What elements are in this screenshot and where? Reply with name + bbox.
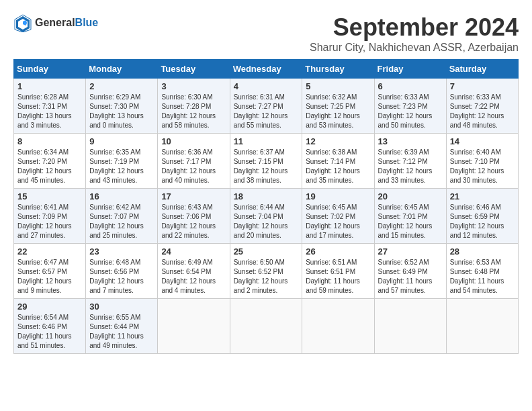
calendar-day-cell: 27 Sunrise: 6:52 AMSunset: 6:49 PMDaylig… [374, 244, 446, 299]
day-info: Sunrise: 6:29 AMSunset: 7:30 PMDaylight:… [89, 93, 154, 130]
header-saturday: Saturday [446, 60, 518, 79]
day-number: 29 [17, 302, 82, 312]
header-tuesday: Tuesday [158, 60, 230, 79]
day-info: Sunrise: 6:45 AMSunset: 7:02 PMDaylight:… [306, 203, 370, 240]
week-row-3: 15 Sunrise: 6:41 AMSunset: 7:09 PMDaylig… [14, 189, 519, 244]
day-info: Sunrise: 6:37 AMSunset: 7:15 PMDaylight:… [234, 148, 299, 185]
weekday-header-row: Sunday Monday Tuesday Wednesday Thursday… [14, 60, 519, 79]
calendar-day-cell: 5 Sunrise: 6:32 AMSunset: 7:25 PMDayligh… [302, 79, 374, 134]
calendar-day-cell: 23 Sunrise: 6:48 AMSunset: 6:56 PMDaylig… [86, 244, 158, 299]
day-info: Sunrise: 6:55 AMSunset: 6:44 PMDaylight:… [89, 313, 154, 351]
calendar-day-cell: 8 Sunrise: 6:34 AMSunset: 7:20 PMDayligh… [14, 134, 86, 189]
day-info: Sunrise: 6:32 AMSunset: 7:25 PMDaylight:… [306, 93, 370, 130]
calendar-day-cell: 17 Sunrise: 6:43 AMSunset: 7:06 PMDaylig… [158, 189, 230, 244]
calendar-day-cell: 16 Sunrise: 6:42 AMSunset: 7:07 PMDaylig… [86, 189, 158, 244]
day-info: Sunrise: 6:48 AMSunset: 6:56 PMDaylight:… [89, 258, 154, 295]
day-info: Sunrise: 6:31 AMSunset: 7:27 PMDaylight:… [234, 93, 299, 130]
calendar-day-cell: 14 Sunrise: 6:40 AMSunset: 7:10 PMDaylig… [446, 134, 518, 189]
header-thursday: Thursday [302, 60, 374, 79]
day-number: 11 [234, 136, 299, 146]
calendar-day-cell: 13 Sunrise: 6:39 AMSunset: 7:12 PMDaylig… [374, 134, 446, 189]
day-number: 21 [450, 191, 515, 201]
day-number: 24 [161, 246, 226, 257]
day-info: Sunrise: 6:36 AMSunset: 7:17 PMDaylight:… [161, 148, 226, 185]
calendar-day-cell: 11 Sunrise: 6:37 AMSunset: 7:15 PMDaylig… [230, 134, 302, 189]
day-info: Sunrise: 6:30 AMSunset: 7:28 PMDaylight:… [161, 93, 226, 130]
calendar-day-cell: 3 Sunrise: 6:30 AMSunset: 7:28 PMDayligh… [158, 79, 230, 134]
day-info: Sunrise: 6:50 AMSunset: 6:52 PMDaylight:… [234, 258, 299, 295]
calendar-day-cell [158, 299, 230, 354]
day-number: 9 [89, 136, 154, 146]
day-info: Sunrise: 6:52 AMSunset: 6:49 PMDaylight:… [378, 258, 443, 295]
calendar-day-cell: 29 Sunrise: 6:54 AMSunset: 6:46 PMDaylig… [14, 299, 86, 354]
logo-general: General [35, 17, 75, 28]
day-number: 14 [450, 136, 515, 146]
calendar-day-cell: 22 Sunrise: 6:47 AMSunset: 6:57 PMDaylig… [14, 244, 86, 299]
day-info: Sunrise: 6:46 AMSunset: 6:59 PMDaylight:… [450, 203, 515, 240]
calendar-day-cell: 1 Sunrise: 6:28 AMSunset: 7:31 PMDayligh… [14, 79, 86, 134]
day-number: 17 [161, 191, 226, 201]
calendar-day-cell: 20 Sunrise: 6:45 AMSunset: 7:01 PMDaylig… [374, 189, 446, 244]
header-friday: Friday [374, 60, 446, 79]
day-number: 26 [306, 246, 370, 257]
day-number: 28 [450, 246, 515, 257]
day-number: 13 [378, 136, 443, 146]
day-info: Sunrise: 6:49 AMSunset: 6:54 PMDaylight:… [161, 258, 226, 295]
day-info: Sunrise: 6:33 AMSunset: 7:22 PMDaylight:… [450, 93, 515, 130]
calendar-day-cell: 30 Sunrise: 6:55 AMSunset: 6:44 PMDaylig… [86, 299, 158, 354]
day-number: 7 [450, 81, 515, 91]
day-number: 5 [306, 81, 370, 91]
day-info: Sunrise: 6:44 AMSunset: 7:04 PMDaylight:… [234, 203, 299, 240]
calendar-day-cell: 7 Sunrise: 6:33 AMSunset: 7:22 PMDayligh… [446, 79, 518, 134]
day-number: 20 [378, 191, 443, 201]
calendar-day-cell: 26 Sunrise: 6:51 AMSunset: 6:51 PMDaylig… [302, 244, 374, 299]
day-info: Sunrise: 6:47 AMSunset: 6:57 PMDaylight:… [17, 258, 82, 295]
week-row-1: 1 Sunrise: 6:28 AMSunset: 7:31 PMDayligh… [14, 79, 519, 134]
day-number: 2 [89, 81, 154, 91]
calendar-day-cell: 2 Sunrise: 6:29 AMSunset: 7:30 PMDayligh… [86, 79, 158, 134]
day-info: Sunrise: 6:51 AMSunset: 6:51 PMDaylight:… [306, 258, 370, 295]
day-number: 10 [161, 136, 226, 146]
day-number: 6 [378, 81, 443, 91]
day-number: 4 [234, 81, 299, 91]
calendar-day-cell [302, 299, 374, 354]
day-info: Sunrise: 6:42 AMSunset: 7:07 PMDaylight:… [89, 203, 154, 240]
calendar-day-cell: 21 Sunrise: 6:46 AMSunset: 6:59 PMDaylig… [446, 189, 518, 244]
calendar-day-cell: 6 Sunrise: 6:33 AMSunset: 7:23 PMDayligh… [374, 79, 446, 134]
day-number: 19 [306, 191, 370, 201]
calendar-day-cell [446, 299, 518, 354]
day-info: Sunrise: 6:41 AMSunset: 7:09 PMDaylight:… [17, 203, 82, 240]
title-section: September 2024 Sharur City, Nakhichevan … [310, 13, 519, 54]
day-info: Sunrise: 6:53 AMSunset: 6:48 PMDaylight:… [450, 258, 515, 295]
month-title: September 2024 [310, 13, 519, 42]
day-number: 1 [17, 81, 82, 91]
calendar-day-cell: 25 Sunrise: 6:50 AMSunset: 6:52 PMDaylig… [230, 244, 302, 299]
logo-icon [13, 13, 32, 32]
week-row-4: 22 Sunrise: 6:47 AMSunset: 6:57 PMDaylig… [14, 244, 519, 299]
day-info: Sunrise: 6:38 AMSunset: 7:14 PMDaylight:… [306, 148, 370, 185]
week-row-2: 8 Sunrise: 6:34 AMSunset: 7:20 PMDayligh… [14, 134, 519, 189]
calendar-day-cell [374, 299, 446, 354]
calendar-day-cell: 19 Sunrise: 6:45 AMSunset: 7:02 PMDaylig… [302, 189, 374, 244]
day-number: 8 [17, 136, 82, 146]
day-info: Sunrise: 6:40 AMSunset: 7:10 PMDaylight:… [450, 148, 515, 185]
calendar-table: Sunday Monday Tuesday Wednesday Thursday… [13, 59, 519, 354]
header-sunday: Sunday [14, 60, 86, 79]
day-number: 23 [89, 246, 154, 257]
logo-blue: Blue [75, 17, 99, 28]
location-subtitle: Sharur City, Nakhichevan ASSR, Azerbaija… [310, 42, 519, 54]
calendar-day-cell: 9 Sunrise: 6:35 AMSunset: 7:19 PMDayligh… [86, 134, 158, 189]
header-wednesday: Wednesday [230, 60, 302, 79]
day-info: Sunrise: 6:43 AMSunset: 7:06 PMDaylight:… [161, 203, 226, 240]
calendar-day-cell: 10 Sunrise: 6:36 AMSunset: 7:17 PMDaylig… [158, 134, 230, 189]
day-number: 30 [89, 302, 154, 312]
header-monday: Monday [86, 60, 158, 79]
week-row-5: 29 Sunrise: 6:54 AMSunset: 6:46 PMDaylig… [14, 299, 519, 354]
day-info: Sunrise: 6:39 AMSunset: 7:12 PMDaylight:… [378, 148, 443, 185]
day-number: 25 [234, 246, 299, 257]
page-header: GeneralBlue September 2024 Sharur City, … [13, 13, 519, 54]
calendar-day-cell: 28 Sunrise: 6:53 AMSunset: 6:48 PMDaylig… [446, 244, 518, 299]
calendar-day-cell: 18 Sunrise: 6:44 AMSunset: 7:04 PMDaylig… [230, 189, 302, 244]
logo: GeneralBlue [13, 13, 98, 32]
calendar-day-cell: 12 Sunrise: 6:38 AMSunset: 7:14 PMDaylig… [302, 134, 374, 189]
